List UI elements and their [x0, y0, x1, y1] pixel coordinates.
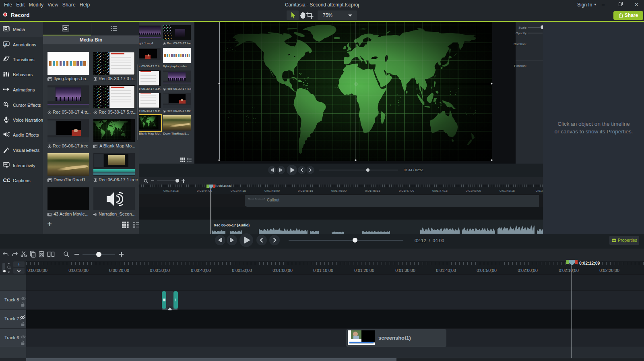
svg-text:a: a	[5, 42, 7, 46]
svg-text:CC: CC	[3, 177, 10, 183]
